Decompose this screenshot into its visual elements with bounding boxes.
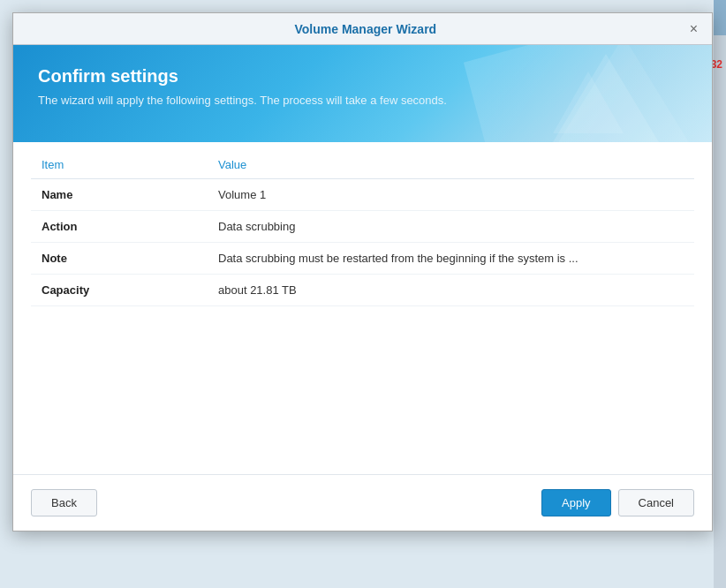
table-row: NoteData scrubbing must be restarted fro… xyxy=(31,243,694,275)
close-button[interactable]: × xyxy=(686,20,701,38)
col-item-header: Item xyxy=(31,151,208,179)
title-bar: Volume Manager Wizard × xyxy=(13,13,712,45)
header-banner: Confirm settings The wizard will apply t… xyxy=(13,45,712,142)
table-row: NameVolume 1 xyxy=(31,179,694,211)
table-cell-value: Data scrubbing must be restarted from th… xyxy=(208,243,694,275)
table-cell-value: Volume 1 xyxy=(208,179,694,211)
settings-table: Item Value NameVolume 1ActionData scrubb… xyxy=(31,151,694,306)
table-row: ActionData scrubbing xyxy=(31,211,694,243)
table-cell-item: Action xyxy=(31,211,208,243)
footer-left: Back xyxy=(31,489,97,516)
apply-button[interactable]: Apply xyxy=(541,489,611,516)
table-cell-item: Note xyxy=(31,243,208,275)
table-cell-value: about 21.81 TB xyxy=(208,275,694,306)
cancel-button[interactable]: Cancel xyxy=(618,489,694,516)
footer: Back Apply Cancel xyxy=(13,474,712,531)
dialog-title: Volume Manager Wizard xyxy=(45,22,686,36)
back-button[interactable]: Back xyxy=(31,489,97,516)
table-cell-item: Capacity xyxy=(31,275,208,306)
table-cell-value: Data scrubbing xyxy=(208,211,694,243)
content-area: Item Value NameVolume 1ActionData scrubb… xyxy=(13,142,712,474)
footer-right: Apply Cancel xyxy=(541,489,694,516)
table-row: Capacityabout 21.81 TB xyxy=(31,275,694,306)
col-value-header: Value xyxy=(208,151,694,179)
table-cell-item: Name xyxy=(31,179,208,211)
header-subtitle: The wizard will apply the following sett… xyxy=(38,94,687,107)
header-title: Confirm settings xyxy=(38,66,687,87)
